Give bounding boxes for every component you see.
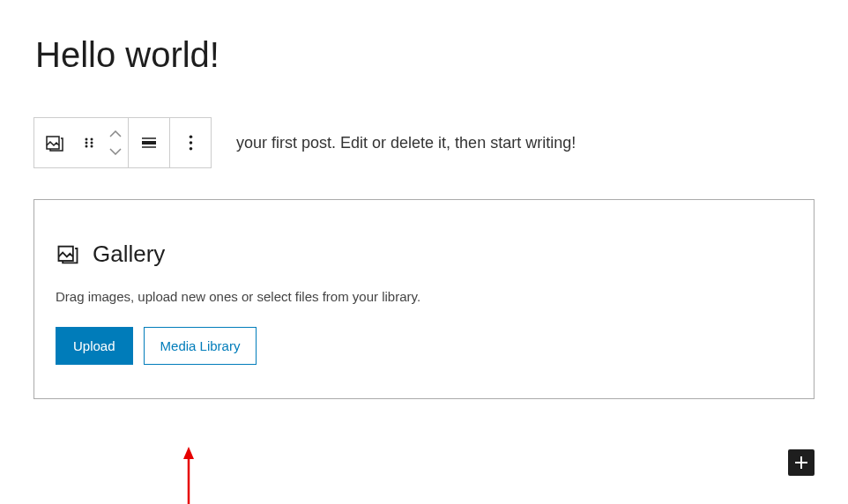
svg-marker-15 xyxy=(183,447,194,459)
plus-icon xyxy=(792,453,811,472)
chevron-up-icon xyxy=(109,130,122,137)
svg-point-2 xyxy=(91,138,93,141)
block-toolbar xyxy=(33,117,212,168)
more-vertical-icon xyxy=(189,134,193,152)
toolbar-group-block xyxy=(34,118,129,167)
align-icon xyxy=(140,134,158,152)
svg-point-1 xyxy=(86,138,88,141)
block-type-icon[interactable] xyxy=(34,118,75,167)
align-button[interactable] xyxy=(129,118,169,167)
gallery-description: Drag images, upload new ones or select f… xyxy=(56,289,792,304)
svg-point-6 xyxy=(91,145,93,148)
gallery-header: Gallery xyxy=(56,241,792,268)
block-mover xyxy=(103,125,128,160)
svg-point-3 xyxy=(86,142,88,145)
gallery-block-placeholder: Gallery Drag images, upload new ones or … xyxy=(33,199,815,399)
drag-icon xyxy=(82,136,96,150)
toolbar-group-align xyxy=(129,118,170,167)
gallery-actions: Upload Media Library xyxy=(56,327,792,365)
gallery-title: Gallery xyxy=(93,241,165,268)
gallery-icon xyxy=(44,132,65,153)
svg-point-4 xyxy=(91,142,93,145)
drag-handle-icon[interactable] xyxy=(75,118,103,167)
move-up-button[interactable] xyxy=(107,125,124,143)
annotation-arrow xyxy=(180,447,197,504)
more-options-button[interactable] xyxy=(170,118,211,167)
svg-point-11 xyxy=(189,141,192,145)
editor-content: your first post. Edit or delete it, then… xyxy=(0,75,848,399)
page-title[interactable]: Hello world! xyxy=(0,0,848,75)
add-block-button[interactable] xyxy=(788,449,815,476)
svg-rect-8 xyxy=(142,141,156,145)
chevron-down-icon xyxy=(109,148,122,155)
svg-point-10 xyxy=(189,136,192,139)
svg-point-5 xyxy=(86,145,88,148)
toolbar-group-more xyxy=(170,118,211,167)
gallery-icon xyxy=(56,242,80,267)
move-down-button[interactable] xyxy=(107,143,124,160)
svg-point-12 xyxy=(189,147,192,151)
media-library-button[interactable]: Media Library xyxy=(144,327,257,365)
upload-button[interactable]: Upload xyxy=(56,327,133,365)
